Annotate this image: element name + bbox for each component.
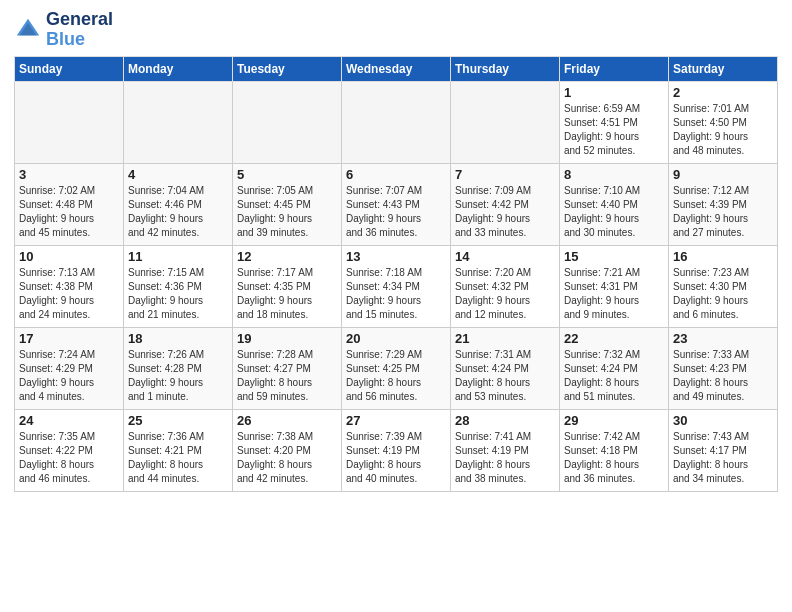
column-header-saturday: Saturday — [669, 56, 778, 81]
day-detail: Sunrise: 7:23 AM Sunset: 4:30 PM Dayligh… — [673, 266, 773, 322]
logo-text: General Blue — [46, 10, 113, 50]
day-detail: Sunrise: 7:17 AM Sunset: 4:35 PM Dayligh… — [237, 266, 337, 322]
day-cell: 22Sunrise: 7:32 AM Sunset: 4:24 PM Dayli… — [560, 327, 669, 409]
column-header-friday: Friday — [560, 56, 669, 81]
day-cell: 9Sunrise: 7:12 AM Sunset: 4:39 PM Daylig… — [669, 163, 778, 245]
day-cell: 6Sunrise: 7:07 AM Sunset: 4:43 PM Daylig… — [342, 163, 451, 245]
week-row-2: 3Sunrise: 7:02 AM Sunset: 4:48 PM Daylig… — [15, 163, 778, 245]
calendar-table: SundayMondayTuesdayWednesdayThursdayFrid… — [14, 56, 778, 492]
day-cell: 26Sunrise: 7:38 AM Sunset: 4:20 PM Dayli… — [233, 409, 342, 491]
day-detail: Sunrise: 7:12 AM Sunset: 4:39 PM Dayligh… — [673, 184, 773, 240]
day-number: 30 — [673, 413, 773, 428]
day-number: 18 — [128, 331, 228, 346]
column-header-monday: Monday — [124, 56, 233, 81]
logo: General Blue — [14, 10, 113, 50]
day-detail: Sunrise: 7:41 AM Sunset: 4:19 PM Dayligh… — [455, 430, 555, 486]
column-header-sunday: Sunday — [15, 56, 124, 81]
day-cell: 17Sunrise: 7:24 AM Sunset: 4:29 PM Dayli… — [15, 327, 124, 409]
day-cell: 19Sunrise: 7:28 AM Sunset: 4:27 PM Dayli… — [233, 327, 342, 409]
day-detail: Sunrise: 7:15 AM Sunset: 4:36 PM Dayligh… — [128, 266, 228, 322]
day-detail: Sunrise: 7:35 AM Sunset: 4:22 PM Dayligh… — [19, 430, 119, 486]
day-detail: Sunrise: 7:29 AM Sunset: 4:25 PM Dayligh… — [346, 348, 446, 404]
day-number: 2 — [673, 85, 773, 100]
day-detail: Sunrise: 7:20 AM Sunset: 4:32 PM Dayligh… — [455, 266, 555, 322]
day-number: 23 — [673, 331, 773, 346]
day-number: 15 — [564, 249, 664, 264]
day-number: 10 — [19, 249, 119, 264]
day-number: 20 — [346, 331, 446, 346]
logo-icon — [14, 16, 42, 44]
day-number: 9 — [673, 167, 773, 182]
day-cell: 28Sunrise: 7:41 AM Sunset: 4:19 PM Dayli… — [451, 409, 560, 491]
day-cell: 16Sunrise: 7:23 AM Sunset: 4:30 PM Dayli… — [669, 245, 778, 327]
day-number: 8 — [564, 167, 664, 182]
day-cell: 1Sunrise: 6:59 AM Sunset: 4:51 PM Daylig… — [560, 81, 669, 163]
day-number: 27 — [346, 413, 446, 428]
day-detail: Sunrise: 7:10 AM Sunset: 4:40 PM Dayligh… — [564, 184, 664, 240]
day-detail: Sunrise: 7:13 AM Sunset: 4:38 PM Dayligh… — [19, 266, 119, 322]
week-row-1: 1Sunrise: 6:59 AM Sunset: 4:51 PM Daylig… — [15, 81, 778, 163]
day-number: 29 — [564, 413, 664, 428]
column-header-wednesday: Wednesday — [342, 56, 451, 81]
day-cell — [124, 81, 233, 163]
day-number: 19 — [237, 331, 337, 346]
day-detail: Sunrise: 7:01 AM Sunset: 4:50 PM Dayligh… — [673, 102, 773, 158]
day-number: 5 — [237, 167, 337, 182]
day-number: 13 — [346, 249, 446, 264]
day-cell: 27Sunrise: 7:39 AM Sunset: 4:19 PM Dayli… — [342, 409, 451, 491]
day-cell — [451, 81, 560, 163]
day-cell: 12Sunrise: 7:17 AM Sunset: 4:35 PM Dayli… — [233, 245, 342, 327]
day-detail: Sunrise: 7:24 AM Sunset: 4:29 PM Dayligh… — [19, 348, 119, 404]
day-cell: 14Sunrise: 7:20 AM Sunset: 4:32 PM Dayli… — [451, 245, 560, 327]
day-number: 6 — [346, 167, 446, 182]
day-number: 24 — [19, 413, 119, 428]
day-detail: Sunrise: 7:21 AM Sunset: 4:31 PM Dayligh… — [564, 266, 664, 322]
day-detail: Sunrise: 7:05 AM Sunset: 4:45 PM Dayligh… — [237, 184, 337, 240]
day-detail: Sunrise: 7:26 AM Sunset: 4:28 PM Dayligh… — [128, 348, 228, 404]
day-number: 3 — [19, 167, 119, 182]
day-cell — [15, 81, 124, 163]
day-detail: Sunrise: 7:32 AM Sunset: 4:24 PM Dayligh… — [564, 348, 664, 404]
day-number: 7 — [455, 167, 555, 182]
page-header: General Blue — [14, 10, 778, 50]
day-cell: 13Sunrise: 7:18 AM Sunset: 4:34 PM Dayli… — [342, 245, 451, 327]
day-detail: Sunrise: 7:31 AM Sunset: 4:24 PM Dayligh… — [455, 348, 555, 404]
day-cell — [233, 81, 342, 163]
day-detail: Sunrise: 7:28 AM Sunset: 4:27 PM Dayligh… — [237, 348, 337, 404]
day-number: 16 — [673, 249, 773, 264]
day-detail: Sunrise: 7:09 AM Sunset: 4:42 PM Dayligh… — [455, 184, 555, 240]
day-detail: Sunrise: 7:43 AM Sunset: 4:17 PM Dayligh… — [673, 430, 773, 486]
day-cell: 20Sunrise: 7:29 AM Sunset: 4:25 PM Dayli… — [342, 327, 451, 409]
week-row-5: 24Sunrise: 7:35 AM Sunset: 4:22 PM Dayli… — [15, 409, 778, 491]
day-number: 12 — [237, 249, 337, 264]
day-detail: Sunrise: 7:33 AM Sunset: 4:23 PM Dayligh… — [673, 348, 773, 404]
day-number: 11 — [128, 249, 228, 264]
day-cell: 4Sunrise: 7:04 AM Sunset: 4:46 PM Daylig… — [124, 163, 233, 245]
day-cell: 5Sunrise: 7:05 AM Sunset: 4:45 PM Daylig… — [233, 163, 342, 245]
day-cell: 23Sunrise: 7:33 AM Sunset: 4:23 PM Dayli… — [669, 327, 778, 409]
day-cell: 7Sunrise: 7:09 AM Sunset: 4:42 PM Daylig… — [451, 163, 560, 245]
day-number: 4 — [128, 167, 228, 182]
day-cell: 15Sunrise: 7:21 AM Sunset: 4:31 PM Dayli… — [560, 245, 669, 327]
day-detail: Sunrise: 7:42 AM Sunset: 4:18 PM Dayligh… — [564, 430, 664, 486]
column-header-thursday: Thursday — [451, 56, 560, 81]
header-row: SundayMondayTuesdayWednesdayThursdayFrid… — [15, 56, 778, 81]
day-cell: 2Sunrise: 7:01 AM Sunset: 4:50 PM Daylig… — [669, 81, 778, 163]
day-cell: 8Sunrise: 7:10 AM Sunset: 4:40 PM Daylig… — [560, 163, 669, 245]
week-row-3: 10Sunrise: 7:13 AM Sunset: 4:38 PM Dayli… — [15, 245, 778, 327]
day-number: 21 — [455, 331, 555, 346]
day-number: 25 — [128, 413, 228, 428]
page-container: General Blue SundayMondayTuesdayWednesda… — [0, 0, 792, 500]
day-cell: 10Sunrise: 7:13 AM Sunset: 4:38 PM Dayli… — [15, 245, 124, 327]
day-cell: 24Sunrise: 7:35 AM Sunset: 4:22 PM Dayli… — [15, 409, 124, 491]
day-detail: Sunrise: 7:36 AM Sunset: 4:21 PM Dayligh… — [128, 430, 228, 486]
day-number: 26 — [237, 413, 337, 428]
column-header-tuesday: Tuesday — [233, 56, 342, 81]
day-cell: 11Sunrise: 7:15 AM Sunset: 4:36 PM Dayli… — [124, 245, 233, 327]
day-number: 17 — [19, 331, 119, 346]
day-cell: 25Sunrise: 7:36 AM Sunset: 4:21 PM Dayli… — [124, 409, 233, 491]
day-detail: Sunrise: 7:02 AM Sunset: 4:48 PM Dayligh… — [19, 184, 119, 240]
day-detail: Sunrise: 7:07 AM Sunset: 4:43 PM Dayligh… — [346, 184, 446, 240]
day-number: 22 — [564, 331, 664, 346]
day-detail: Sunrise: 7:38 AM Sunset: 4:20 PM Dayligh… — [237, 430, 337, 486]
